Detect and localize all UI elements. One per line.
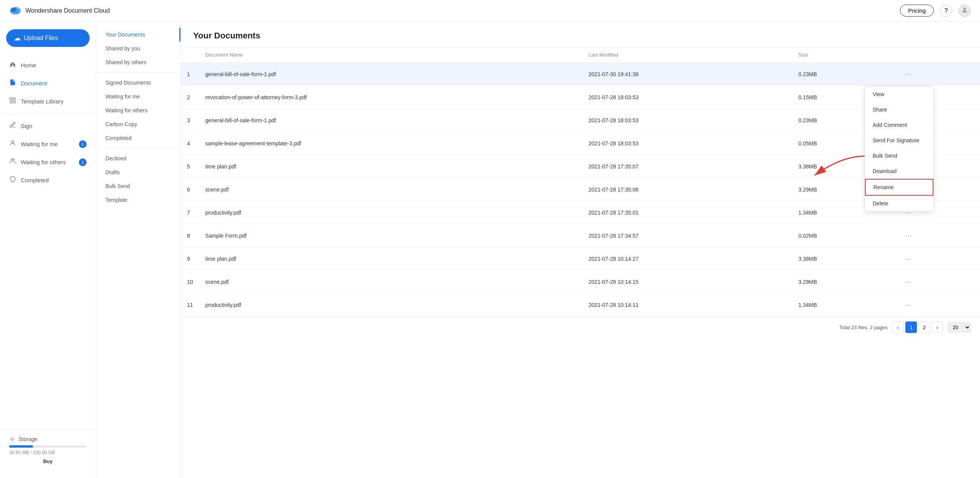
row-actions-0: ··· [896,63,980,86]
row-num-6: 7 [181,201,199,224]
page-1-button[interactable]: 1 [905,321,917,333]
more-options-button-10[interactable]: ··· [902,299,915,311]
table-row: 1 general-bill-of-sale-form-1.pdf 2021-0… [181,63,980,86]
doc-modified-9: 2021-07-28 10:14:15 [583,270,792,293]
context-item-delete[interactable]: Delete [865,196,933,211]
sidebar-item-waiting-for-me[interactable]: Waiting for me 1 [0,135,96,153]
shared-by-you-label: Shared by you [105,45,140,52]
doc-name-5: scene.pdf [199,178,583,201]
doc-name-2: general-bill-of-sale-form-1.pdf [199,109,583,132]
more-options-button-0[interactable]: ··· [902,68,915,80]
sidebar-divider-1 [0,113,96,114]
mid-sidebar-bulk-send[interactable]: Bulk Send [96,179,180,193]
sidebar-item-waiting-for-others[interactable]: Waiting for others 1 [0,153,96,171]
sidebar-item-completed[interactable]: Completed [0,171,96,189]
more-options-button-7[interactable]: ··· [902,230,915,241]
table-row: 9 time plan.pdf 2021-07-28 10:14:27 3.38… [181,247,980,270]
page-2-button[interactable]: 2 [918,321,930,333]
document-icon [9,79,16,88]
row-actions-8: ··· [896,247,980,270]
doc-size-10: 1.34MB [792,293,896,316]
context-item-send-for-signature[interactable]: Send For Signature [865,133,933,148]
context-item-share[interactable]: Share [865,102,933,117]
row-num-2: 3 [181,109,199,132]
storage-section: Storage 30.65 MB / 100.00 GB Buy [0,430,96,470]
more-options-button-9[interactable]: ··· [902,276,915,288]
prev-page-button[interactable]: ‹ [892,321,904,333]
context-item-view[interactable]: View [865,87,933,102]
more-options-button-8[interactable]: ··· [902,253,915,265]
help-button[interactable]: ? [940,5,952,17]
context-item-download[interactable]: Download [865,163,933,179]
mid-sidebar-carbon-copy[interactable]: Carbon Copy [96,117,180,131]
sidebar-item-template-library[interactable]: Template Library [0,92,96,110]
doc-name-0: general-bill-of-sale-form-1.pdf [199,63,583,86]
page-title: Your Documents [193,31,968,41]
mid-sidebar-shared-by-others[interactable]: Shared by others [96,55,180,69]
mid-sidebar-declined[interactable]: Declined [96,152,180,165]
logo-icon [9,5,22,17]
col-actions [896,47,980,63]
mid-waiting-me-label: Waiting for me [105,93,140,100]
svg-point-8 [12,141,14,143]
doc-size-7: 0.02MB [792,224,896,247]
sidebar-item-sign[interactable]: Sign [0,117,96,135]
mid-waiting-others-label: Waiting for others [105,107,147,113]
row-num-3: 4 [181,132,199,155]
upload-files-button[interactable]: ☁ Upload Files [6,29,90,47]
table-header-row: Document Name Last Modified Size [181,47,980,63]
avatar-button[interactable] [958,5,971,17]
mid-sidebar-signed-documents[interactable]: Signed Documents [96,76,180,90]
svg-point-10 [13,159,15,161]
context-item-rename[interactable]: Rename [865,179,933,196]
table-row: 4 sample-lease-agreement-template-3.pdf … [181,132,980,155]
table-row: 2 revocation-of-power-of-attorney-form-3… [181,86,980,109]
row-num-10: 11 [181,293,199,316]
upload-icon: ☁ [14,34,21,42]
table-row: 11 productivity.pdf 2021-07-28 10:14:11 … [181,293,980,316]
row-actions-7: ··· [896,224,980,247]
table-row: 8 Sample Form.pdf 2021-07-28 17:34:57 0.… [181,224,980,247]
bulk-send-label: Bulk Send [105,183,130,189]
total-files-text: Total 23 files, 2 pages [839,325,888,330]
waiting-me-icon [9,140,16,148]
doc-size-9: 3.29MB [792,270,896,293]
storage-title: Storage [9,436,87,442]
buy-button[interactable]: Buy [9,458,87,464]
doc-modified-3: 2021-07-28 18:03:53 [583,132,792,155]
next-page-button[interactable]: › [932,321,943,333]
sidebar-waiting-me-label: Waiting for me [21,141,58,147]
mid-sidebar-shared-by-you[interactable]: Shared by you [96,42,180,55]
svg-point-11 [11,438,13,440]
doc-modified-10: 2021-07-28 10:14:11 [583,293,792,316]
doc-size-8: 3.38MB [792,247,896,270]
doc-name-9: scene.pdf [199,270,583,293]
context-item-bulk-send[interactable]: Bulk Send [865,148,933,163]
svg-rect-5 [13,98,15,100]
row-num-4: 5 [181,155,199,178]
mid-sidebar-waiting-for-me[interactable]: Waiting for me [96,90,180,103]
pricing-button[interactable]: Pricing [900,5,934,17]
mid-sidebar-template[interactable]: Template [96,193,180,207]
row-num-9: 10 [181,270,199,293]
row-actions-9: ··· [896,270,980,293]
mid-sidebar-drafts[interactable]: Drafts [96,165,180,179]
top-nav: Wondershare Document Cloud Pricing ? [0,0,980,22]
doc-name-3: sample-lease-agreement-template-3.pdf [199,132,583,155]
signed-documents-label: Signed Documents [105,80,151,86]
doc-name-1: revocation-of-power-of-attorney-form-3.p… [199,86,583,109]
mid-sidebar-your-documents[interactable]: Your Documents [96,28,180,42]
col-size: Size [792,47,896,63]
row-num-1: 2 [181,86,199,109]
sidebar-item-document[interactable]: Document [0,74,96,92]
table-row: 3 general-bill-of-sale-form-1.pdf 2021-0… [181,109,980,132]
sidebar-item-home[interactable]: Home [0,56,96,74]
per-page-select[interactable]: 20 50 100 [948,322,971,333]
declined-label: Declined [105,155,126,162]
mid-sidebar-completed[interactable]: Completed [96,131,180,145]
context-item-add-comment[interactable]: Add Comment [865,117,933,133]
drafts-label: Drafts [105,169,120,175]
doc-name-7: Sample Form.pdf [199,224,583,247]
app-name: Wondershare Document Cloud [25,7,110,14]
mid-sidebar-waiting-for-others[interactable]: Waiting for others [96,103,180,117]
